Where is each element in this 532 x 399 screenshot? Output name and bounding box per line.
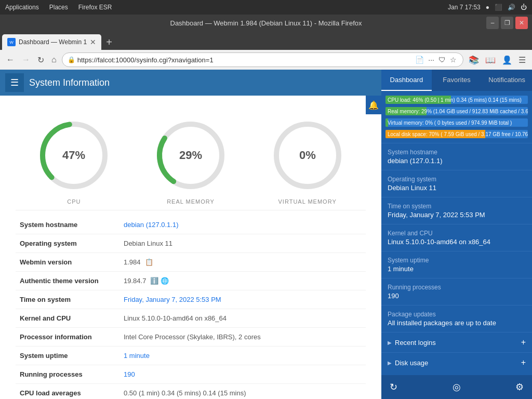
bookmark-icon[interactable]: ☆	[449, 55, 458, 65]
cpu-gauge: 47% CPU	[35, 116, 113, 205]
os-topbar: Applications Places Firefox ESR Jan 7 17…	[0, 0, 532, 15]
panel-tab-dashboard[interactable]: Dashboard	[381, 70, 432, 91]
table-row: System uptime1 minute	[16, 347, 366, 365]
info-row-label: Authentic theme version	[16, 272, 119, 290]
browser-close-button[interactable]: ✕	[515, 17, 528, 29]
browser-tab-active[interactable]: W Dashboard — Webmin 1 ✕	[2, 34, 101, 50]
table-row: CPU load averages0.50 (1 min) 0.34 (5 mi…	[16, 384, 366, 400]
svg-text:29%: 29%	[179, 149, 202, 162]
panel-section-title: Package updates	[388, 311, 526, 318]
table-row: System hostnamedebian (127.0.1.1)	[16, 216, 366, 234]
info-row-label: Time on system	[16, 290, 119, 309]
collapsible-plus-icon[interactable]: +	[521, 358, 526, 367]
resource-bar-item: Local disk space: 70% ( 7.59 GiB used / …	[381, 128, 532, 140]
reader-view-icon[interactable]: 📄	[414, 55, 425, 65]
firefox-menu-icon[interactable]: ☰	[516, 54, 528, 66]
table-row: Operating systemDebian Linux 11	[16, 234, 366, 253]
collapsibles-container: ▶Recent logins+▶Disk usage+	[381, 332, 532, 373]
shield-icon[interactable]: 🛡	[437, 55, 447, 65]
tab-label: Dashboard — Webmin 1	[19, 38, 87, 46]
panel-sections-container: System hostnamedebian (127.0.1.1)Operati…	[381, 143, 532, 332]
collapsible-section[interactable]: ▶Disk usage+	[381, 352, 532, 373]
info-row-link[interactable]: 190	[124, 370, 135, 378]
webmin-header: ☰ System Information	[0, 70, 381, 96]
panel-section: Operating systemDebian Linux 11	[381, 170, 532, 197]
info-row-value[interactable]: 1 minute	[119, 347, 366, 365]
info-row-label: Processor information	[16, 328, 119, 347]
address-bar-icons: 📄 ··· 🛡 ☆	[414, 55, 458, 65]
hamburger-menu-button[interactable]: ☰	[5, 73, 24, 92]
cpu-gauge-label: CPU	[67, 198, 81, 205]
info-row-link[interactable]: 1 minute	[124, 352, 150, 360]
bookmarks-library-icon[interactable]: 📚	[467, 54, 481, 66]
main-area: ☰ System Information 🔔 47% CPU	[0, 70, 532, 399]
info-row-value[interactable]: Friday, January 7, 2022 5:53 PM	[119, 290, 366, 309]
table-row: Kernel and CPULinux 5.10.0-10-amd64 on x…	[16, 309, 366, 328]
browser-title: Dashboard — Webmin 1.984 (Debian Linux 1…	[170, 19, 362, 27]
os-menu-places[interactable]: Places	[49, 4, 68, 11]
panel-body: CPU load: 46% (0.50 | 1 min) 0.34 (5 min…	[381, 91, 532, 375]
collapsible-section[interactable]: ▶Recent logins+	[381, 332, 532, 352]
panel-tab-notifications[interactable]: Notifications	[482, 70, 532, 91]
os-topbar-right: Jan 7 17:53 ● ⬛ 🔊 ⏻	[448, 4, 527, 11]
account-icon[interactable]: 👤	[500, 54, 514, 66]
copy-icon[interactable]: 📋	[145, 258, 153, 266]
resource-bar-track: Local disk space: 70% ( 7.59 GiB used / …	[385, 130, 528, 138]
resource-bar-item: CPU load: 46% (0.50 | 1 min) 0.34 (5 min…	[381, 94, 532, 105]
info-row-value: 1.984📋	[119, 253, 366, 272]
webmin-content: ☰ System Information 🔔 47% CPU	[0, 70, 381, 399]
info-row-link[interactable]: debian (127.0.1.1)	[124, 221, 179, 229]
browser-maximize-button[interactable]: ❐	[501, 17, 513, 29]
resource-bar-track: Real memory: 29% (1.04 GiB used / 912.83…	[385, 107, 528, 115]
forward-button[interactable]: →	[20, 54, 32, 65]
info-row-link[interactable]: Friday, January 7, 2022 5:53 PM	[124, 296, 221, 303]
panel-section-value: debian (127.0.1.1)	[388, 157, 526, 165]
os-menu-applications[interactable]: Applications	[5, 4, 39, 11]
panel-section-value: 190	[388, 292, 526, 300]
address-bar: ← → ↻ ⌂ 🔒 📄 ··· 🛡 ☆ 📚 📖 👤 ☰	[0, 50, 532, 70]
panel-section: Running processes190	[381, 278, 532, 305]
resource-bar-fill: CPU load: 46% (0.50 | 1 min) 0.34 (5 min…	[385, 96, 451, 104]
panel-view-button[interactable]: ◎	[450, 379, 463, 395]
os-indicator-power[interactable]: ⏻	[521, 4, 527, 11]
back-button[interactable]: ←	[4, 54, 17, 65]
resource-bars-container: CPU load: 46% (0.50 | 1 min) 0.34 (5 min…	[381, 91, 532, 143]
webmin-body: 47% CPU 29% REAL MEMORY	[0, 96, 381, 399]
browser-minimize-button[interactable]: –	[486, 17, 499, 29]
info-row-value[interactable]: 190	[119, 365, 366, 384]
resource-bar-fill: Virtual memory: 0% ( 0 bytes used / 974.…	[385, 118, 388, 127]
panel-section: System uptime1 minute	[381, 251, 532, 278]
notification-bell-button[interactable]: 🔔	[366, 96, 381, 114]
reload-button[interactable]: ↻	[35, 54, 46, 66]
resource-bar-track: CPU load: 46% (0.50 | 1 min) 0.34 (5 min…	[385, 96, 528, 104]
home-button[interactable]: ⌂	[49, 54, 59, 65]
info-row-label: System uptime	[16, 347, 119, 365]
info-row-value: 0.50 (1 min) 0.34 (5 mins) 0.14 (15 mins…	[119, 384, 366, 400]
cpu-gauge-svg: 47%	[35, 116, 113, 194]
panel-settings-button[interactable]: ⚙	[513, 379, 526, 395]
info-icon[interactable]: ℹ️	[150, 277, 158, 285]
info-row-value[interactable]: debian (127.0.1.1)	[119, 216, 366, 234]
browser-titlebar: Dashboard — Webmin 1.984 (Debian Linux 1…	[0, 15, 532, 31]
info-row-label: CPU load averages	[16, 384, 119, 400]
panel-section: Package updatesAll installed packages ar…	[381, 305, 532, 332]
table-row: Webmin version1.984📋	[16, 253, 366, 272]
real-memory-gauge-label: REAL MEMORY	[167, 198, 215, 205]
panel-tab-favorites[interactable]: Favorites	[432, 70, 482, 91]
more-button[interactable]: ···	[427, 55, 435, 65]
resource-bar-item: Virtual memory: 0% ( 0 bytes used / 974.…	[381, 117, 532, 128]
info-row-value: Debian Linux 11	[119, 234, 366, 253]
synced-tabs-icon[interactable]: 📖	[483, 54, 498, 66]
panel-section-title: Time on system	[388, 203, 526, 210]
theme-icon[interactable]: 🌐	[161, 277, 169, 285]
collapsible-plus-icon[interactable]: +	[521, 338, 526, 347]
svg-text:47%: 47%	[62, 149, 85, 162]
panel-section-title: Running processes	[388, 284, 526, 291]
panel-section-value: Friday, January 7, 2022 5:53 PM	[388, 211, 526, 219]
new-tab-button[interactable]: +	[101, 34, 117, 50]
address-input[interactable]	[77, 56, 413, 64]
tab-close-button[interactable]: ✕	[90, 38, 96, 46]
os-menu-firefox[interactable]: Firefox ESR	[78, 4, 112, 11]
panel-refresh-button[interactable]: ↻	[388, 379, 400, 395]
info-row-label: Operating system	[16, 234, 119, 253]
